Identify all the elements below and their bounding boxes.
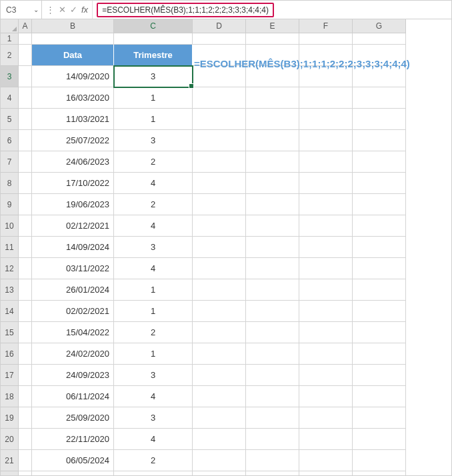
cell-B1[interactable] — [32, 33, 114, 45]
cell-B16[interactable]: 24/02/2020 — [32, 343, 114, 365]
cell-A6[interactable] — [19, 130, 32, 151]
cell-B13[interactable]: 26/01/2024 — [32, 279, 114, 301]
cell-G4[interactable] — [353, 87, 406, 109]
cell-B17[interactable]: 24/09/2023 — [32, 365, 114, 386]
cell-C4[interactable]: 1 — [114, 87, 193, 109]
cell-E7[interactable] — [246, 151, 299, 173]
cell-A2[interactable] — [19, 45, 32, 66]
cell-C5[interactable]: 1 — [114, 109, 193, 130]
cell-A15[interactable] — [19, 322, 32, 343]
cell-A7[interactable] — [19, 151, 32, 173]
col-header-D[interactable]: D — [193, 19, 246, 33]
row-header[interactable]: 14 — [1, 301, 19, 322]
cell-F4[interactable] — [299, 87, 353, 109]
col-header-A[interactable]: A — [19, 19, 32, 33]
accept-icon[interactable]: ✓ — [70, 5, 77, 15]
row-header[interactable]: 19 — [1, 407, 19, 429]
row-header[interactable]: 20 — [1, 429, 19, 450]
cell-C18[interactable]: 4 — [114, 386, 193, 407]
cell-C6[interactable]: 3 — [114, 130, 193, 151]
cell-C8[interactable]: 4 — [114, 173, 193, 194]
cell-F12[interactable] — [299, 258, 353, 279]
cell-F15[interactable] — [299, 322, 353, 343]
cell-A10[interactable] — [19, 215, 32, 237]
cell-B7[interactable]: 24/06/2023 — [32, 151, 114, 173]
cell-E22[interactable] — [246, 471, 299, 476]
cell-F13[interactable] — [299, 279, 353, 301]
cell-G5[interactable] — [353, 109, 406, 130]
cell-D16[interactable] — [193, 343, 246, 365]
cell-D17[interactable] — [193, 365, 246, 386]
cell-A1[interactable] — [19, 33, 32, 45]
cell-B15[interactable]: 15/04/2022 — [32, 322, 114, 343]
cell-G7[interactable] — [353, 151, 406, 173]
cell-G22[interactable] — [353, 471, 406, 476]
cell-E12[interactable] — [246, 258, 299, 279]
cell-B19[interactable]: 25/09/2020 — [32, 407, 114, 429]
cell-C11[interactable]: 3 — [114, 237, 193, 258]
cell-A4[interactable] — [19, 87, 32, 109]
name-box[interactable]: C3 ⌄ — [1, 1, 42, 19]
row-header[interactable]: 6 — [1, 130, 19, 151]
col-header-B[interactable]: B — [32, 19, 114, 33]
cell-E13[interactable] — [246, 279, 299, 301]
cell-A19[interactable] — [19, 407, 32, 429]
cell-G1[interactable] — [353, 33, 406, 45]
select-all-corner[interactable] — [1, 19, 19, 33]
cell-B22[interactable]: 05/06/2024 — [32, 471, 114, 476]
chevron-down-icon[interactable]: ⌄ — [33, 6, 39, 13]
cell-G19[interactable] — [353, 407, 406, 429]
cell-F1[interactable] — [299, 33, 353, 45]
cell-B6[interactable]: 25/07/2022 — [32, 130, 114, 151]
cell-G16[interactable] — [353, 343, 406, 365]
cell-D1[interactable] — [193, 33, 246, 45]
cell-A9[interactable] — [19, 194, 32, 215]
col-header-C[interactable]: C — [114, 19, 193, 33]
cell-F8[interactable] — [299, 173, 353, 194]
fx-icon[interactable]: fx — [81, 5, 88, 15]
row-header[interactable]: 4 — [1, 87, 19, 109]
row-header[interactable]: 13 — [1, 279, 19, 301]
cell-E16[interactable] — [246, 343, 299, 365]
cell-D10[interactable] — [193, 215, 246, 237]
cell-D15[interactable] — [193, 322, 246, 343]
row-header[interactable]: 18 — [1, 386, 19, 407]
cell-B2[interactable]: Data — [32, 45, 114, 66]
cell-D7[interactable] — [193, 151, 246, 173]
cell-E1[interactable] — [246, 33, 299, 45]
cell-C10[interactable]: 4 — [114, 215, 193, 237]
cell-F16[interactable] — [299, 343, 353, 365]
cell-A16[interactable] — [19, 343, 32, 365]
row-header[interactable]: 21 — [1, 450, 19, 471]
cell-A13[interactable] — [19, 279, 32, 301]
cell-F11[interactable] — [299, 237, 353, 258]
cell-F17[interactable] — [299, 365, 353, 386]
row-header[interactable]: 16 — [1, 343, 19, 365]
cell-C7[interactable]: 2 — [114, 151, 193, 173]
cell-D4[interactable] — [193, 87, 246, 109]
cell-D6[interactable] — [193, 130, 246, 151]
cell-G10[interactable] — [353, 215, 406, 237]
cell-C17[interactable]: 3 — [114, 365, 193, 386]
row-header[interactable]: 12 — [1, 258, 19, 279]
cell-E18[interactable] — [246, 386, 299, 407]
cell-D13[interactable] — [193, 279, 246, 301]
cell-G13[interactable] — [353, 279, 406, 301]
cell-G21[interactable] — [353, 450, 406, 471]
cell-B20[interactable]: 22/11/2020 — [32, 429, 114, 450]
cell-C9[interactable]: 2 — [114, 194, 193, 215]
cell-D12[interactable] — [193, 258, 246, 279]
cell-G6[interactable] — [353, 130, 406, 151]
row-header[interactable]: 5 — [1, 109, 19, 130]
cell-G14[interactable] — [353, 301, 406, 322]
cell-E17[interactable] — [246, 365, 299, 386]
cell-E19[interactable] — [246, 407, 299, 429]
cell-F21[interactable] — [299, 450, 353, 471]
cell-E5[interactable] — [246, 109, 299, 130]
cell-G11[interactable] — [353, 237, 406, 258]
cell-C16[interactable]: 1 — [114, 343, 193, 365]
cell-A11[interactable] — [19, 237, 32, 258]
cell-B5[interactable]: 11/03/2021 — [32, 109, 114, 130]
row-header[interactable]: 10 — [1, 215, 19, 237]
cell-C3[interactable]: 3 — [114, 66, 193, 87]
